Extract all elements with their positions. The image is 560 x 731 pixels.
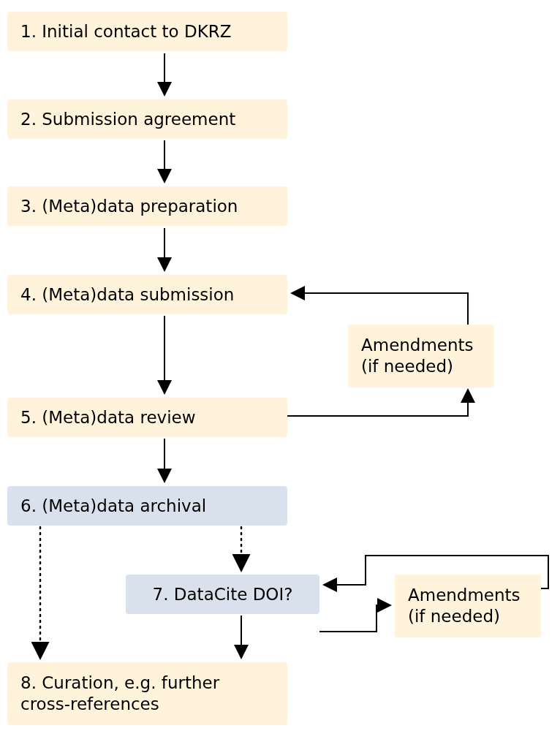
step-7-datacite-doi: 7. DataCite DOI?: [126, 575, 319, 614]
step-5-metadata-review: 5. (Meta)data review: [7, 398, 287, 437]
step-1-initial-contact: 1. Initial contact to DKRZ: [7, 12, 287, 51]
step-2-submission-agreement: 2. Submission agreement: [7, 99, 287, 139]
step-3-metadata-preparation: 3. (Meta)data preparation: [7, 186, 287, 226]
amend2-line-2: (if needed): [408, 607, 500, 626]
step-8-curation: 8. Curation, e.g. further cross-referenc…: [7, 662, 287, 725]
amendments-box-2: Amendments (if needed): [395, 575, 541, 637]
arrow-5-to-amend1: [287, 391, 468, 416]
step-8-line-2: cross-references: [20, 694, 159, 713]
step-8-line-1: 8. Curation, e.g. further: [20, 673, 219, 692]
arrow-amend1-to-4: [293, 293, 468, 325]
step-6-metadata-archival: 6. (Meta)data archival: [7, 486, 287, 526]
step-4-metadata-submission: 4. (Meta)data submission: [7, 275, 287, 314]
arrow-7-to-amend2: [319, 605, 389, 632]
amend1-line-2: (if needed): [361, 357, 453, 376]
amend1-line-1: Amendments: [361, 336, 474, 355]
amendments-box-1: Amendments (if needed): [348, 325, 494, 387]
amend2-line-1: Amendments: [408, 586, 521, 605]
